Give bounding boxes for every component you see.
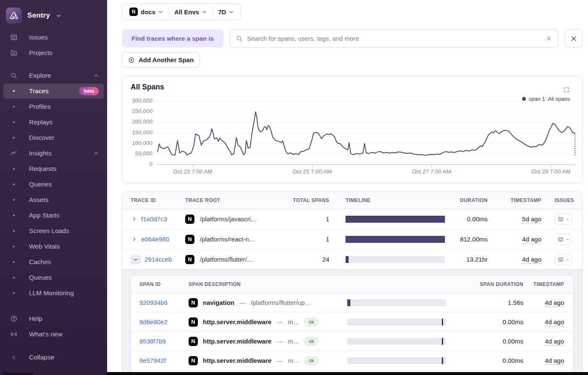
- span-query-row: Find traces where a span is: [122, 29, 583, 47]
- issues-count: –: [566, 236, 569, 242]
- timestamp-value[interactable]: 4d ago: [522, 256, 541, 264]
- clear-search-icon[interactable]: [546, 35, 552, 42]
- issues-cell-button[interactable]: –: [555, 214, 572, 225]
- issues-cell-button[interactable]: –: [555, 234, 572, 245]
- span-op-name: http.server.middleware: [203, 318, 271, 325]
- span-duration-value: 0.00ms: [448, 338, 526, 345]
- nextjs-project-icon: N: [185, 215, 194, 224]
- expand-chevron-right-icon[interactable]: [131, 236, 137, 242]
- sidebar-item-queries[interactable]: Queries: [3, 177, 104, 192]
- project-filter[interactable]: N docs: [124, 8, 168, 16]
- sidebar-item-requests[interactable]: Requests: [3, 161, 104, 176]
- span-duration-value: 1.56s: [448, 299, 526, 306]
- bullet-icon: [8, 230, 19, 232]
- sidebar-item-llm-monitoring[interactable]: LLM Monitoring: [3, 286, 104, 301]
- y-axis-label: 50,000: [122, 150, 152, 157]
- main-content: N docs All Envs 7D Find: [107, 0, 588, 375]
- sidebar-item-discover[interactable]: Discover: [3, 130, 104, 145]
- chevron-down-icon: [229, 10, 234, 14]
- bullet-icon: [8, 121, 19, 123]
- y-axis-label: 100,000: [122, 140, 152, 146]
- timestamp-value[interactable]: 4d ago: [522, 236, 541, 244]
- add-another-span-button[interactable]: Add Another Span: [122, 52, 200, 68]
- sidebar-item-app-starts[interactable]: App Starts: [3, 208, 104, 223]
- sidebar-item-issues[interactable]: Issues: [3, 30, 104, 45]
- span-timestamp-value[interactable]: 4d ago: [545, 299, 564, 307]
- span-op-name: http.server.middleware: [203, 357, 271, 364]
- column-header-span-description: SPAN DESCRIPTION: [179, 281, 343, 287]
- sentry-logo-icon: [6, 8, 22, 24]
- status-badge: ok: [304, 337, 318, 346]
- sidebar-item-label: Requests: [29, 165, 56, 173]
- span-timestamp-value[interactable]: 4d ago: [545, 318, 564, 326]
- chevron-left-icon: [8, 354, 19, 360]
- series-line: [158, 112, 575, 155]
- nextjs-project-icon: N: [189, 356, 198, 365]
- sidebar-item-replays[interactable]: Replays: [3, 115, 104, 130]
- issues-count: –: [566, 216, 569, 222]
- sidebar-item-caches[interactable]: Caches: [3, 254, 104, 270]
- org-switcher[interactable]: Sentry: [0, 0, 107, 26]
- collapse-chevron-down-button[interactable]: [131, 255, 141, 264]
- span-id-link[interactable]: 8538f7b9: [139, 338, 166, 345]
- span-id-link[interactable]: 920934b6: [139, 299, 168, 306]
- date-range-label: 7D: [218, 8, 226, 16]
- issues-cell-button[interactable]: –: [555, 254, 572, 265]
- sidebar-item-profiles[interactable]: Profiles: [3, 99, 104, 114]
- bullet-icon: [8, 261, 19, 263]
- trace-id-link[interactable]: 2914cceb: [144, 256, 172, 263]
- sidebar-item-help[interactable]: Help: [3, 311, 104, 326]
- spans-subtable: SPAN ID SPAN DESCRIPTION SPAN DURATION T…: [131, 275, 574, 375]
- span-id-link[interactable]: 8d6e90e2: [139, 318, 168, 325]
- sidebar-collapse-button[interactable]: Collapse: [3, 350, 104, 365]
- sidebar-section-explore[interactable]: Explore: [3, 68, 104, 83]
- total-spans-value: 24: [286, 256, 330, 263]
- sidebar-item-queues[interactable]: Queues: [3, 270, 104, 285]
- sidebar-item-whats-new[interactable]: What's new: [3, 327, 104, 342]
- sidebar-item-assets[interactable]: Assets: [3, 192, 104, 207]
- expand-chevron-right-icon[interactable]: [131, 216, 137, 222]
- cutoff-text-artifact: [3, 372, 34, 375]
- separator: —: [239, 299, 246, 306]
- traces-table-card: TRACE ID TRACE ROOT TOTAL SPANS TIMELINE…: [122, 191, 583, 375]
- nextjs-project-icon: N: [189, 317, 198, 327]
- duration-value: 0.00ms: [450, 215, 492, 223]
- all-spans-line-chart: [122, 76, 582, 183]
- span-search-input[interactable]: [247, 35, 541, 42]
- span-timestamp-value[interactable]: 4d ago: [545, 338, 564, 346]
- table-row: f1e0d7c3 N /platforms/javascri… 1 0.00ms…: [122, 209, 582, 229]
- sidebar-item-traces[interactable]: Traces beta: [3, 84, 104, 99]
- span-row: 8e57942f N http.server.middleware — m… o…: [131, 351, 573, 370]
- span-id-link[interactable]: 8e57942f: [139, 357, 166, 364]
- trace-id-link[interactable]: e064e980: [141, 236, 169, 243]
- bullet-icon: [8, 277, 19, 278]
- status-badge: ok: [304, 357, 318, 365]
- page-filter-bar: N docs All Envs 7D: [122, 3, 241, 20]
- timestamp-value[interactable]: 5d ago: [522, 215, 541, 223]
- trace-id-link[interactable]: f1e0d7c3: [141, 215, 167, 223]
- sidebar-item-label: Assets: [29, 196, 49, 204]
- sidebar-item-label: Issues: [29, 34, 48, 41]
- span-timestamp-value[interactable]: 4d ago: [545, 357, 564, 365]
- duration-value: 13.21hr: [450, 256, 492, 263]
- sidebar-item-screen-loads[interactable]: Screen Loads: [3, 223, 104, 239]
- sidebar-section-label: Explore: [29, 72, 51, 79]
- bullet-icon: [8, 246, 19, 247]
- sidebar-item-projects[interactable]: Projects: [3, 45, 104, 60]
- column-header-issues: ISSUES: [542, 197, 582, 203]
- nextjs-project-icon: N: [185, 235, 194, 244]
- date-range-filter[interactable]: 7D: [213, 8, 239, 16]
- sidebar-section-insights[interactable]: Insights: [3, 146, 104, 161]
- find-traces-chip[interactable]: Find traces where a span is: [122, 29, 223, 47]
- environment-filter[interactable]: All Envs: [169, 8, 212, 16]
- remove-span-filter-button[interactable]: [564, 29, 583, 47]
- y-axis-label: 150,000: [122, 129, 152, 136]
- traces-table-header: TRACE ID TRACE ROOT TOTAL SPANS TIMELINE…: [122, 192, 582, 209]
- span-search-box: [230, 29, 558, 47]
- sidebar-item-web-vitals[interactable]: Web Vitals: [3, 239, 104, 254]
- span-row: 8d6e90e2 N http.server.middleware — m… o…: [131, 312, 573, 332]
- add-another-span-label: Add Another Span: [139, 56, 194, 63]
- timeline-segment: [346, 256, 349, 263]
- span-timeline-segment: [442, 338, 443, 345]
- bullet-icon: [8, 106, 19, 108]
